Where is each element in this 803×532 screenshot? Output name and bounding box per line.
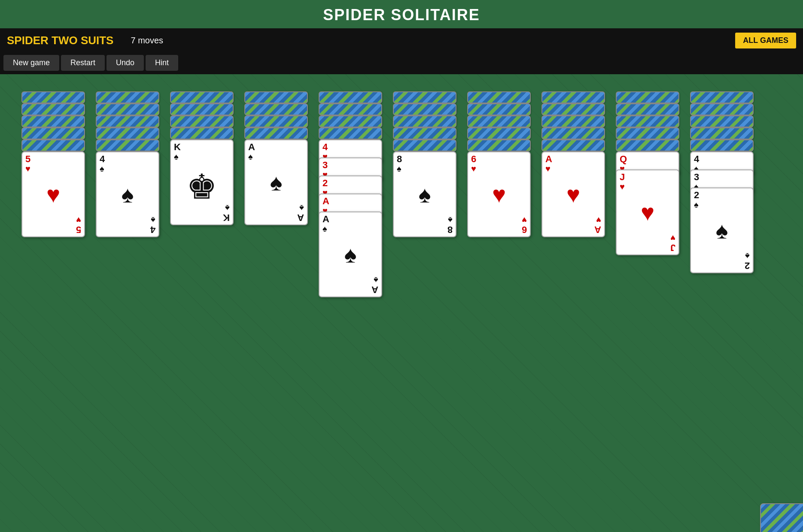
card-back-col4-1 [319, 103, 382, 115]
hint-button[interactable]: Hint [146, 55, 178, 71]
column-1: 4♠♠4♠ [96, 91, 162, 237]
card-back-col0-3 [21, 127, 85, 139]
card-back-col2-3 [170, 127, 234, 139]
column-2: K♠♚K♠ [170, 91, 237, 225]
card-back-col9-3 [690, 127, 754, 139]
card-back-col1-2 [96, 115, 159, 127]
card-back-col1-1 [96, 103, 159, 115]
all-games-button[interactable]: ALL GAMES [735, 33, 796, 48]
column-4: 4♥3♥2♥A♥A♠♠A♠ [319, 91, 385, 297]
card-back-col1-4 [96, 139, 159, 151]
game-name: SPIDER TWO SUITS [7, 34, 113, 47]
card-back-col7-1 [541, 103, 605, 115]
card-A-♥-col7[interactable]: A♥♥A♥ [541, 151, 605, 237]
card-2-♠-col9[interactable]: 2♠♠2♠ [690, 187, 754, 273]
column-9: 4♠3♠2♠♠2♠ [690, 91, 757, 273]
column-7: A♥♥A♥ [541, 91, 608, 237]
card-8-♠-col5[interactable]: 8♠♠8♠ [393, 151, 456, 237]
page-header: SPIDER SOLITAIRE [0, 0, 803, 28]
card-back-col7-0 [541, 91, 605, 103]
card-back-col3-1 [244, 103, 308, 115]
card-A-♠-col3[interactable]: A♠♠A♠ [244, 139, 308, 225]
card-back-col9-2 [690, 115, 754, 127]
card-back-col5-1 [393, 103, 456, 115]
card-back-col7-4 [541, 139, 605, 151]
card-back-col4-3 [319, 127, 382, 139]
card-back-col9-4 [690, 139, 754, 151]
moves-count: 7 moves [131, 36, 735, 45]
columns-area: 5♥♥5♥4♠♠4♠K♠♚K♠A♠♠A♠4♥3♥2♥A♥A♠♠A♠8♠♠8♠6♥… [9, 87, 794, 302]
card-J-♥-col8[interactable]: J♥♥J♥ [616, 169, 679, 255]
card-back-col6-0 [467, 91, 531, 103]
card-back-col0-0 [21, 91, 85, 103]
undo-button[interactable]: Undo [106, 55, 144, 71]
page-title: SPIDER SOLITAIRE [323, 6, 480, 24]
column-6: 6♥♥6♥ [467, 91, 534, 237]
card-back-col2-1 [170, 103, 234, 115]
card-back-col9-1 [690, 103, 754, 115]
card-back-col1-3 [96, 127, 159, 139]
card-6-♥-col6[interactable]: 6♥♥6♥ [467, 151, 531, 237]
action-bar: New game Restart Undo Hint [0, 52, 803, 74]
card-back-col6-1 [467, 103, 531, 115]
card-back-col4-2 [319, 115, 382, 127]
card-back-col0-2 [21, 115, 85, 127]
card-back-col0-4 [21, 139, 85, 151]
toolbar: SPIDER TWO SUITS 7 moves ALL GAMES [0, 28, 803, 52]
card-back-col8-4 [616, 139, 679, 151]
card-K-♠-col2[interactable]: K♠♚K♠ [170, 139, 234, 225]
restart-button[interactable]: Restart [61, 55, 105, 71]
card-back-col3-2 [244, 115, 308, 127]
card-A-♠-col4[interactable]: A♠♠A♠ [319, 212, 382, 297]
card-back-col8-2 [616, 115, 679, 127]
card-back-col2-0 [170, 91, 234, 103]
card-back-col5-4 [393, 139, 456, 151]
card-back-col2-2 [170, 115, 234, 127]
new-game-button[interactable]: New game [3, 55, 59, 71]
card-back-col4-0 [319, 91, 382, 103]
card-back-col8-0 [616, 91, 679, 103]
card-back-col3-3 [244, 127, 308, 139]
column-3: A♠♠A♠ [244, 91, 311, 225]
card-back-col5-2 [393, 115, 456, 127]
card-back-col0-1 [21, 103, 85, 115]
card-back-col5-3 [393, 127, 456, 139]
column-5: 8♠♠8♠ [393, 91, 459, 237]
card-5-♥-col0[interactable]: 5♥♥5♥ [21, 151, 85, 237]
card-back-col6-3 [467, 127, 531, 139]
card-back-col8-1 [616, 103, 679, 115]
column-0: 5♥♥5♥ [21, 91, 88, 237]
card-back-col3-0 [244, 91, 308, 103]
card-back-col7-2 [541, 115, 605, 127]
card-back-col6-4 [467, 139, 531, 151]
card-back-col1-0 [96, 91, 159, 103]
column-8: Q♥J♥♥J♥ [616, 91, 682, 255]
game-area: 5♥♥5♥4♠♠4♠K♠♚K♠A♠♠A♠4♥3♥2♥A♥A♠♠A♠8♠♠8♠6♥… [0, 74, 803, 532]
card-back-col9-0 [690, 91, 754, 103]
card-back-col8-3 [616, 127, 679, 139]
card-back-col5-0 [393, 91, 456, 103]
card-back-col6-2 [467, 115, 531, 127]
card-back-col7-3 [541, 127, 605, 139]
card-4-♠-col1[interactable]: 4♠♠4♠ [96, 151, 159, 237]
